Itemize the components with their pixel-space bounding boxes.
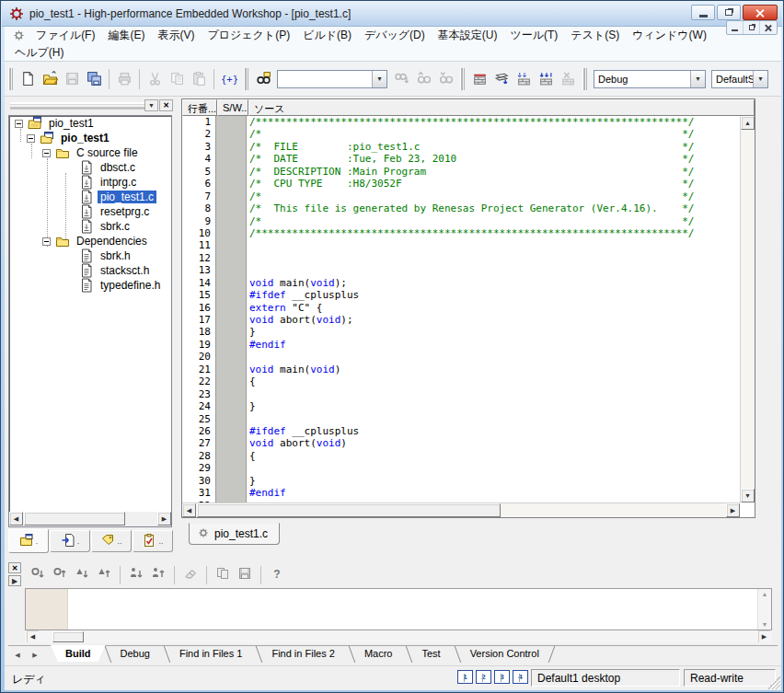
menu-item[interactable]: ツール(T) — [503, 26, 564, 45]
editor-vertical-scrollbar[interactable]: ▲ ▼ — [740, 116, 755, 502]
expander-minus-icon[interactable] — [15, 120, 23, 128]
mdi-minimize-button[interactable] — [727, 21, 744, 34]
sw-break-cell[interactable] — [216, 487, 247, 499]
scroll-thumb[interactable] — [52, 631, 84, 642]
person-prev-button[interactable] — [147, 565, 169, 585]
expander-minus-icon[interactable] — [42, 149, 51, 157]
mdi-restore-button[interactable] — [744, 21, 760, 34]
error-next-button[interactable] — [27, 565, 49, 585]
scroll-left-button[interactable]: ◀ — [27, 630, 39, 642]
print-button[interactable] — [113, 68, 135, 89]
out-save-button[interactable] — [234, 565, 256, 585]
menu-item[interactable]: テスト(S) — [564, 26, 626, 45]
desktop-1-button[interactable]: 1 — [457, 670, 473, 684]
menu-item[interactable]: ファイル(F) — [29, 26, 101, 45]
sw-break-cell[interactable] — [216, 166, 247, 178]
column-line-number[interactable]: 行番... — [182, 99, 217, 116]
workspace-dropdown-button[interactable]: ▼ — [144, 99, 158, 111]
find-in-files-prev-button[interactable] — [412, 68, 434, 89]
output-tab-debug[interactable]: Debug — [106, 646, 165, 663]
menu-item[interactable]: プロジェクト(P) — [201, 26, 296, 45]
workspace-tab-projects[interactable]: . — [8, 529, 49, 553]
configuration-combo-dropdown-button[interactable]: ▼ — [690, 71, 705, 87]
sw-break-cell[interactable] — [216, 437, 247, 449]
scroll-right-button[interactable]: ▶ — [726, 503, 740, 517]
scroll-down-button[interactable]: ▼ — [741, 489, 755, 502]
menu-item[interactable]: 基本設定(U) — [432, 26, 504, 45]
output-close-button[interactable]: ✕ — [8, 562, 21, 573]
toolbar-grip[interactable] — [460, 68, 465, 90]
workspace-drag-handle[interactable] — [10, 102, 144, 110]
new-document-button[interactable] — [17, 68, 39, 89]
document-system-menu-icon[interactable] — [12, 29, 26, 42]
sw-break-cell[interactable] — [216, 400, 247, 412]
sw-break-cell[interactable] — [216, 264, 247, 276]
sw-break-cell[interactable] — [216, 178, 247, 190]
sw-break-cell[interactable] — [216, 326, 247, 338]
save-button[interactable] — [61, 68, 83, 89]
workspace-tab-test[interactable]: .. — [133, 530, 173, 552]
menu-item[interactable]: 編集(E) — [101, 26, 151, 45]
sw-break-cell[interactable] — [216, 141, 247, 153]
scroll-thumb[interactable] — [197, 503, 501, 517]
sw-break-cell[interactable] — [216, 413, 247, 425]
scroll-up-button[interactable]: ▲ — [741, 116, 755, 130]
build-all-button[interactable] — [535, 68, 557, 89]
tree-item[interactable]: pio_test1 — [9, 131, 171, 145]
sw-break-cell[interactable] — [216, 462, 247, 474]
desktop-2-button[interactable]: 2 — [476, 670, 491, 684]
output-tab-version-control[interactable]: Version Control — [455, 646, 554, 663]
tree-item[interactable]: pio_test1 — [9, 116, 171, 131]
scroll-left-button[interactable]: ◀ — [9, 512, 23, 526]
tree-item[interactable]: pio_test1.c — [9, 190, 171, 204]
warning-next-button[interactable] — [71, 565, 93, 585]
output-vertical-scrollbar[interactable]: ▲▼ — [757, 589, 771, 629]
sw-break-cell[interactable] — [216, 289, 247, 301]
menu-item[interactable]: ビルド(B) — [296, 26, 358, 45]
insert-template-button[interactable]: {+} — [218, 68, 240, 89]
expander-minus-icon[interactable] — [42, 237, 51, 246]
toolbar-grip[interactable] — [8, 68, 13, 90]
expander-minus-icon[interactable] — [27, 134, 35, 143]
sw-break-cell[interactable] — [216, 202, 247, 214]
tree-item[interactable]: stacksct.h — [9, 263, 171, 278]
desktop-3-button[interactable]: 3 — [494, 670, 510, 684]
warning-prev-button[interactable] — [93, 565, 115, 585]
help-button[interactable]: ? — [266, 565, 288, 585]
sw-break-cell[interactable] — [216, 475, 247, 487]
session-combo[interactable]: DefaultSe▼ — [711, 70, 768, 88]
menu-item[interactable]: 表示(V) — [151, 26, 201, 45]
close-button[interactable] — [743, 5, 778, 20]
scroll-right-button[interactable]: ▶ — [157, 512, 171, 526]
toolbar-grip[interactable] — [244, 68, 248, 90]
output-pane[interactable]: ▲▼ — [25, 588, 772, 630]
sw-break-cell[interactable] — [216, 252, 247, 264]
menu-item[interactable]: デバッグ(D) — [358, 26, 432, 45]
tabs-scroll-right-button[interactable]: ▶ — [28, 648, 42, 662]
sw-break-cell[interactable] — [216, 302, 247, 314]
compile-button[interactable] — [490, 68, 513, 89]
column-sw-break[interactable]: S/W... — [217, 99, 248, 116]
error-prev-button[interactable] — [49, 565, 71, 585]
sw-break-cell[interactable] — [216, 375, 247, 387]
sw-break-cell[interactable] — [216, 215, 247, 227]
editor-content[interactable]: 1/**************************************… — [182, 116, 740, 502]
workspace-close-button[interactable]: ✕ — [159, 99, 173, 111]
output-tab-test[interactable]: Test — [407, 646, 455, 663]
person-next-button[interactable] — [125, 565, 147, 585]
output-tab-macro[interactable]: Macro — [350, 646, 408, 663]
workspace-tab-templates[interactable]: .. — [91, 530, 132, 552]
menu-item[interactable]: ウィンドウ(W) — [626, 26, 713, 45]
tree-item[interactable]: intprg.c — [9, 175, 171, 190]
tree-item[interactable]: Dependencies — [9, 234, 171, 248]
title-bar[interactable]: pio_test1 - High-performance Embedded Wo… — [2, 1, 782, 27]
stop-build-button[interactable] — [557, 68, 579, 89]
find-in-files-button[interactable] — [252, 68, 274, 89]
tree-item[interactable]: sbrk.h — [9, 248, 171, 263]
tree-item[interactable]: resetprg.c — [9, 204, 171, 219]
column-source[interactable]: ソース — [248, 99, 755, 116]
editor-file-tab[interactable]: pio_test1.c — [189, 523, 280, 545]
scroll-left-button[interactable]: ◀ — [182, 503, 196, 517]
sw-break-cell[interactable] — [216, 314, 247, 326]
sw-break-cell[interactable] — [216, 277, 247, 289]
